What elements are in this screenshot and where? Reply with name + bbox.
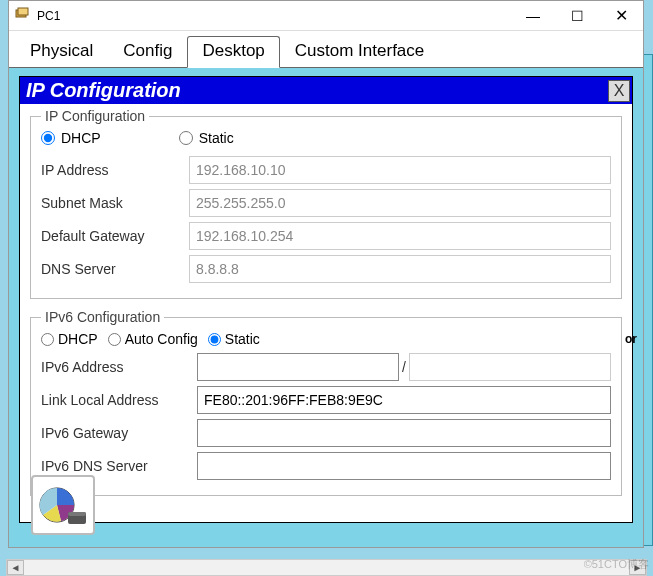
prefix-slash: / — [399, 359, 409, 375]
ipv6-legend: IPv6 Configuration — [41, 309, 164, 325]
link-local-input[interactable] — [197, 386, 611, 414]
maximize-button[interactable]: ☐ — [555, 2, 599, 30]
svg-rect-1 — [18, 8, 28, 15]
titlebar-left: PC1 — [15, 7, 60, 24]
ipv4-dhcp-radio[interactable] — [41, 131, 55, 145]
subnet-mask-label: Subnet Mask — [41, 195, 189, 211]
dialog-title: IP Configuration — [24, 79, 181, 102]
ipv6-gateway-row: IPv6 Gateway — [41, 419, 611, 447]
ipv6-address-input[interactable] — [197, 353, 399, 381]
svg-rect-4 — [68, 512, 86, 516]
ipv6-dhcp-option[interactable]: DHCP — [41, 331, 98, 347]
minimize-button[interactable]: — — [511, 2, 555, 30]
or-label: or — [625, 332, 637, 346]
ipv6-static-label: Static — [225, 331, 260, 347]
dialog-titlebar: IP Configuration X — [20, 77, 632, 104]
watermark: ©51CTO博客 — [584, 557, 649, 572]
scroll-left-button[interactable]: ◄ — [7, 560, 24, 575]
ipv6-address-label: IPv6 Address — [41, 359, 197, 375]
gateway-row: Default Gateway — [41, 222, 611, 250]
ipv4-fieldset: IP Configuration DHCP Static IP Address — [30, 108, 622, 299]
window-titlebar: PC1 — ☐ ✕ — [9, 1, 643, 31]
ipv4-static-radio[interactable] — [179, 131, 193, 145]
ipv6-prefix-input[interactable] — [409, 353, 611, 381]
ipv4-mode-row: DHCP Static — [41, 130, 611, 146]
ip-address-label: IP Address — [41, 162, 189, 178]
horizontal-scrollbar[interactable]: ◄ ► — [6, 559, 647, 576]
tab-config[interactable]: Config — [108, 36, 187, 68]
app-icon-small — [15, 7, 31, 24]
desktop-area: IP Configuration X IP Configuration DHCP… — [9, 68, 643, 547]
subnet-mask-input[interactable] — [189, 189, 611, 217]
dialog-body: IP Configuration DHCP Static IP Address — [20, 104, 632, 522]
ipv6-dns-label: IPv6 DNS Server — [41, 458, 197, 474]
gateway-label: Default Gateway — [41, 228, 189, 244]
ipv6-gateway-input[interactable] — [197, 419, 611, 447]
ipv6-dhcp-label: DHCP — [58, 331, 98, 347]
ipv6-fieldset: IPv6 Configuration DHCP Auto Config S — [30, 309, 622, 496]
dns-input[interactable] — [189, 255, 611, 283]
ipv6-auto-radio[interactable] — [108, 333, 121, 346]
ip-address-row: IP Address — [41, 156, 611, 184]
subnet-mask-row: Subnet Mask — [41, 189, 611, 217]
ipv6-gateway-label: IPv6 Gateway — [41, 425, 197, 441]
close-window-button[interactable]: ✕ — [599, 2, 643, 30]
titlebar-buttons: — ☐ ✕ — [511, 2, 643, 30]
tab-bar: Physical Config Desktop Custom Interface — [9, 31, 643, 68]
dns-row: DNS Server — [41, 255, 611, 283]
desktop-app-icons — [31, 475, 95, 535]
tab-desktop[interactable]: Desktop — [187, 36, 279, 68]
app-window: PC1 — ☐ ✕ Physical Config Desktop Custom… — [8, 0, 644, 548]
ipv4-static-label: Static — [199, 130, 234, 146]
ipv4-dhcp-option[interactable]: DHCP — [41, 130, 101, 146]
dialog-close-button[interactable]: X — [608, 80, 630, 102]
gateway-input[interactable] — [189, 222, 611, 250]
ipv6-mode-row: DHCP Auto Config Static — [41, 331, 611, 347]
tab-custom-interface[interactable]: Custom Interface — [280, 36, 439, 68]
ipv6-dns-input[interactable] — [197, 452, 611, 480]
tab-physical[interactable]: Physical — [15, 36, 108, 68]
ipv6-static-option[interactable]: Static — [208, 331, 260, 347]
ipv6-dhcp-radio[interactable] — [41, 333, 54, 346]
ipv6-auto-label: Auto Config — [125, 331, 198, 347]
ipv4-legend: IP Configuration — [41, 108, 149, 124]
ip-config-dialog: IP Configuration X IP Configuration DHCP… — [19, 76, 633, 523]
ip-address-input[interactable] — [189, 156, 611, 184]
window-title: PC1 — [37, 9, 60, 23]
ip-config-app-icon[interactable] — [31, 475, 95, 535]
link-local-row: Link Local Address — [41, 386, 611, 414]
ipv6-auto-option[interactable]: Auto Config — [108, 331, 198, 347]
dns-label: DNS Server — [41, 261, 189, 277]
ipv6-dns-row: IPv6 DNS Server — [41, 452, 611, 480]
ipv6-address-row: IPv6 Address / — [41, 353, 611, 381]
ipv4-dhcp-label: DHCP — [61, 130, 101, 146]
ipv4-static-option[interactable]: Static — [179, 130, 234, 146]
link-local-label: Link Local Address — [41, 392, 197, 408]
ipv6-static-radio[interactable] — [208, 333, 221, 346]
